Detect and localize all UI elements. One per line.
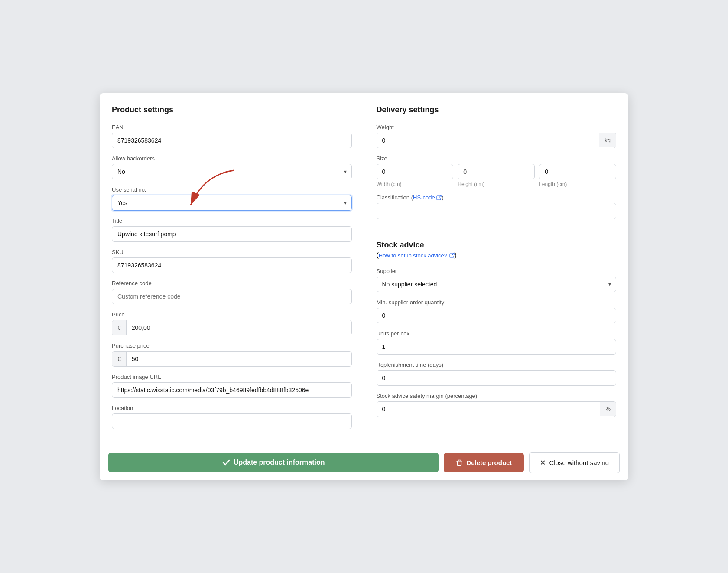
weight-input-wrapper: kg	[377, 133, 617, 148]
units-per-box-field-group: Units per box	[377, 330, 617, 355]
replenishment-input[interactable]	[377, 370, 617, 386]
stock-advice-header: Stock advice (How to setup stock advice?…	[377, 241, 617, 259]
location-input[interactable]	[112, 413, 352, 429]
supplier-select[interactable]: No supplier selected...	[377, 277, 617, 292]
product-image-label: Product image URL	[112, 374, 352, 380]
classification-label-text: Classification	[377, 194, 410, 201]
height-input[interactable]	[458, 164, 535, 179]
weight-field-group: Weight kg	[377, 124, 617, 148]
weight-input[interactable]	[377, 133, 599, 148]
use-serial-label: Use serial no.	[112, 186, 352, 193]
ean-label: EAN	[112, 124, 352, 130]
left-panel: Product settings EAN Allow backorders No…	[100, 93, 364, 445]
delete-button-label: Delete product	[466, 459, 512, 466]
allow-backorders-select[interactable]: No Yes	[112, 164, 352, 179]
price-input[interactable]	[127, 320, 351, 335]
price-field-group: Price €	[112, 311, 352, 335]
use-serial-select-wrapper: Yes No ▾	[112, 195, 352, 211]
size-field-group: Size Width (cm) Height (cm) Length (cm)	[377, 155, 617, 187]
location-label: Location	[112, 405, 352, 411]
safety-margin-label: Stock advice safety margin (percentage)	[377, 393, 617, 399]
allow-backorders-field-group: Allow backorders No Yes ▾	[112, 155, 352, 179]
min-order-label: Min. supplier order quantity	[377, 299, 617, 306]
title-label: Title	[112, 218, 352, 224]
size-label: Size	[377, 155, 617, 162]
delete-product-button[interactable]: Delete product	[444, 453, 524, 472]
product-settings-title: Product settings	[112, 105, 352, 114]
classification-field-group: Classification (HS-code )	[377, 194, 617, 219]
length-field: Length (cm)	[539, 164, 616, 187]
sku-label: SKU	[112, 249, 352, 255]
location-field-group: Location	[112, 405, 352, 429]
close-button-label: Close without saving	[549, 459, 609, 466]
close-without-saving-button[interactable]: ✕ Close without saving	[529, 452, 620, 473]
weight-unit: kg	[599, 133, 616, 147]
classification-label: Classification (HS-code )	[377, 194, 617, 201]
hs-code-link[interactable]: HS-code	[413, 194, 435, 201]
close-x-icon: ✕	[540, 459, 546, 467]
supplier-label: Supplier	[377, 268, 617, 274]
reference-code-input[interactable]	[112, 289, 352, 304]
purchase-price-field-group: Purchase price €	[112, 342, 352, 367]
height-field: Height (cm)	[458, 164, 535, 187]
replenishment-label: Replenishment time (days)	[377, 361, 617, 368]
safety-margin-field-group: Stock advice safety margin (percentage) …	[377, 393, 617, 417]
height-sub-label: Height (cm)	[458, 181, 535, 187]
safety-margin-input-wrapper: %	[377, 401, 617, 417]
reference-code-label: Reference code	[112, 280, 352, 286]
ean-field-group: EAN	[112, 124, 352, 148]
supplier-field-group: Supplier No supplier selected... ▾	[377, 268, 617, 292]
units-per-box-input[interactable]	[377, 339, 617, 355]
use-serial-field-group: Use serial no. Yes No ▾	[112, 186, 352, 211]
title-input[interactable]	[112, 226, 352, 242]
external-link-icon	[436, 195, 442, 200]
sku-input[interactable]	[112, 257, 352, 273]
safety-margin-unit: %	[600, 402, 616, 416]
price-label: Price	[112, 311, 352, 318]
width-sub-label: Width (cm)	[377, 181, 454, 187]
units-per-box-label: Units per box	[377, 330, 617, 337]
modal-body: Product settings EAN Allow backorders No…	[100, 93, 628, 445]
purchase-price-input[interactable]	[127, 352, 351, 366]
supplier-select-wrapper: No supplier selected... ▾	[377, 277, 617, 292]
product-image-field-group: Product image URL	[112, 374, 352, 398]
price-currency-symbol: €	[112, 320, 127, 335]
width-field: Width (cm)	[377, 164, 454, 187]
min-order-input[interactable]	[377, 308, 617, 323]
stock-advice-title: Stock advice	[377, 241, 617, 250]
min-order-field-group: Min. supplier order quantity	[377, 299, 617, 323]
use-serial-select[interactable]: Yes No	[112, 195, 352, 211]
replenishment-field-group: Replenishment time (days)	[377, 361, 617, 386]
trash-icon	[456, 459, 463, 466]
modal-footer: Update product information Delete produc…	[100, 445, 628, 480]
purchase-price-input-wrapper: €	[112, 351, 352, 367]
width-input[interactable]	[377, 164, 454, 179]
delivery-settings-title: Delivery settings	[377, 105, 617, 114]
classification-input[interactable]	[377, 203, 617, 219]
update-button-label: Update product information	[234, 459, 325, 466]
allow-backorders-select-wrapper: No Yes ▾	[112, 164, 352, 179]
right-panel: Delivery settings Weight kg Size Width (…	[364, 93, 629, 445]
ean-input[interactable]	[112, 133, 352, 148]
safety-margin-input[interactable]	[377, 402, 600, 417]
sku-field-group: SKU	[112, 249, 352, 273]
reference-code-field-group: Reference code	[112, 280, 352, 304]
length-input[interactable]	[539, 164, 616, 179]
length-sub-label: Length (cm)	[539, 181, 616, 187]
update-product-button[interactable]: Update product information	[108, 453, 439, 472]
section-divider	[377, 230, 617, 230]
size-row: Width (cm) Height (cm) Length (cm)	[377, 164, 617, 187]
title-field-group: Title	[112, 218, 352, 242]
checkmark-icon	[222, 459, 230, 466]
price-input-wrapper: €	[112, 320, 352, 335]
product-modal: Product settings EAN Allow backorders No…	[100, 93, 628, 480]
stock-external-link-icon	[449, 253, 455, 258]
product-image-input[interactable]	[112, 382, 352, 398]
weight-label: Weight	[377, 124, 617, 130]
stock-setup-link[interactable]: How to setup stock advice?	[379, 252, 447, 259]
purchase-price-currency-symbol: €	[112, 352, 127, 366]
purchase-price-label: Purchase price	[112, 342, 352, 349]
allow-backorders-label: Allow backorders	[112, 155, 352, 162]
